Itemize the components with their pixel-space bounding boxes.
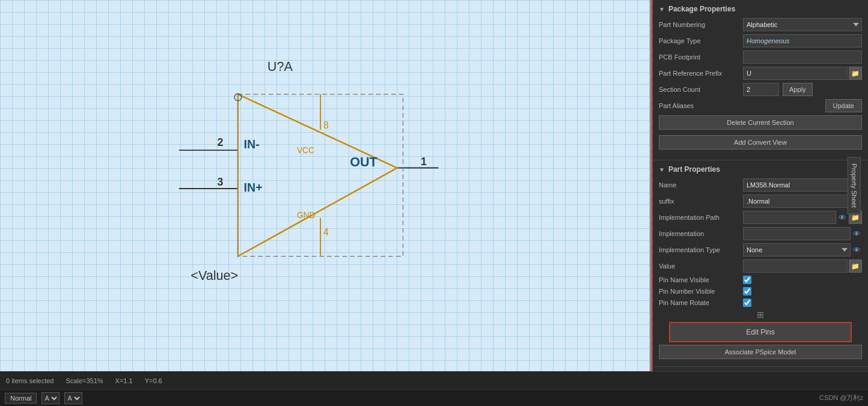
section-count-label: Section Count (659, 86, 743, 93)
section-count-row: Section Count Apply (659, 83, 862, 96)
value-input[interactable] (743, 259, 848, 273)
part-numbering-select[interactable]: Alphabetic Numeric (743, 18, 862, 31)
part-properties-header: ▼ Part Properties (659, 165, 862, 174)
svg-text:OUT: OUT (350, 154, 377, 169)
svg-marker-3 (238, 94, 397, 256)
part-reference-input[interactable] (743, 67, 848, 80)
part-aliases-label: Part Aliases (659, 102, 743, 109)
svg-text:2: 2 (217, 136, 223, 148)
y-coord: Y=0.6 (145, 377, 162, 384)
apply-button[interactable]: Apply (783, 83, 813, 96)
edit-pins-button[interactable]: Edit Pins (669, 322, 852, 342)
option-select-a2[interactable]: A (64, 392, 82, 404)
watermark: CSDN @万利z (819, 393, 863, 402)
add-convert-button[interactable]: Add Convert View (659, 135, 862, 150)
folder-icon: 📁 (851, 70, 860, 77)
package-type-row: Package Type (659, 34, 862, 47)
pin-name-visible-row: Pin Name Visible (659, 276, 862, 284)
part-properties-section: ▼ Part Properties Name 👁 suffix (653, 160, 868, 367)
mode-badge: Normal (5, 393, 37, 404)
bottom-bar: Normal A A CSDN @万利z (0, 389, 868, 406)
implementation-row: Implementation 👁 (659, 227, 862, 240)
canvas-area[interactable]: U?A 2 3 1 8 4 IN- (0, 0, 650, 371)
part-reference-label: Part Reference Prefix (659, 70, 743, 77)
svg-text:GND: GND (297, 211, 316, 220)
impl-path-input[interactable] (743, 211, 836, 224)
eye-icon-5: 👁 (853, 246, 861, 255)
part-reference-row: Part Reference Prefix 📁 (659, 67, 862, 80)
name-label: Name (659, 181, 743, 189)
name-row: Name 👁 (659, 178, 862, 192)
folder-icon-3: 📁 (851, 262, 860, 270)
items-selected: 0 items selected (6, 377, 53, 384)
pin-name-visible-checkbox[interactable] (743, 276, 751, 284)
suffix-label: suffix (659, 198, 743, 205)
impl-type-label: Implementation Type (659, 246, 743, 253)
property-sheet-tab[interactable]: Property Sheet (847, 157, 860, 214)
implementation-input[interactable] (743, 227, 851, 240)
pin-number-visible-label: Pin Number Visible (659, 288, 743, 295)
impl-type-row: Implementation Type None VHDL EDIF 👁 (659, 243, 862, 256)
add-convert-row: Add Convert View (659, 135, 862, 152)
part-numbering-row: Part Numbering Alphabetic Numeric (659, 18, 862, 31)
component-label: U?A (267, 59, 293, 74)
part-numbering-label: Part Numbering (659, 21, 743, 28)
small-icon-row: ⊞ (659, 310, 862, 320)
suffix-row: suffix 👁 (659, 195, 862, 208)
value-folder-btn[interactable]: 📁 (849, 259, 862, 273)
pin-number-visible-row: Pin Number Visible (659, 287, 862, 295)
impl-type-select[interactable]: None VHDL EDIF (743, 243, 851, 256)
impl-type-eye-btn[interactable]: 👁 (852, 246, 862, 255)
collapse-arrow[interactable]: ▼ (659, 6, 665, 13)
value-row: Value 📁 (659, 259, 862, 273)
svg-text:VCC: VCC (297, 146, 314, 155)
svg-text:<Value>: <Value> (191, 268, 238, 283)
package-type-label: Package Type (659, 37, 743, 44)
section-count-input[interactable] (743, 83, 779, 96)
part-properties-title: Part Properties (668, 165, 720, 174)
associate-pspice-button[interactable]: Associate PSpice Model (659, 345, 862, 359)
part-props-arrow[interactable]: ▼ (659, 166, 665, 173)
pin-name-rotate-checkbox[interactable] (743, 298, 751, 307)
scale-display: Scale=351% (66, 377, 103, 384)
status-bar: 0 items selected Scale=351% X=1.1 Y=0.6 (0, 371, 868, 389)
impl-path-eye-btn[interactable]: 👁 (837, 213, 848, 222)
implementation-label: Implementation (659, 230, 743, 237)
package-properties-section: ▼ Package Properties Part Numbering Alph… (653, 0, 868, 160)
delete-section-button[interactable]: Delete Current Section (659, 115, 862, 130)
svg-text:8: 8 (323, 120, 329, 130)
pcb-footprint-row: PCB Footprint (659, 50, 862, 64)
update-button[interactable]: Update (825, 99, 862, 112)
right-panel: ▼ Package Properties Part Numbering Alph… (652, 0, 868, 371)
folder-icon-2: 📁 (851, 214, 860, 222)
svg-text:3: 3 (217, 176, 223, 188)
svg-text:4: 4 (323, 227, 329, 237)
svg-text:IN+: IN+ (244, 181, 263, 194)
package-properties-header: ▼ Package Properties (659, 5, 862, 13)
delete-section-row: Delete Current Section (659, 115, 862, 132)
pin-name-visible-label: Pin Name Visible (659, 276, 743, 283)
pcb-footprint-input[interactable] (743, 50, 862, 64)
pin-number-visible-checkbox[interactable] (743, 287, 751, 295)
impl-path-label: Implementation Path (659, 214, 743, 221)
name-input[interactable] (743, 178, 851, 192)
option-select-a1[interactable]: A (41, 392, 60, 404)
eye-icon-3: 👁 (839, 213, 846, 222)
pcb-footprint-label: PCB Footprint (659, 53, 743, 61)
suffix-input[interactable] (743, 195, 851, 208)
impl-path-row: Implementation Path 👁 📁 (659, 211, 862, 224)
x-coord: X=1.1 (115, 377, 133, 384)
pin-name-rotate-row: Pin Name Rotate (659, 298, 862, 307)
package-properties-title: Package Properties (668, 5, 735, 13)
eye-icon-4: 👁 (853, 229, 861, 238)
package-type-input[interactable] (743, 34, 862, 47)
part-reference-folder-btn[interactable]: 📁 (849, 67, 862, 80)
pin-name-rotate-label: Pin Name Rotate (659, 299, 743, 306)
implementation-eye-btn[interactable]: 👁 (852, 229, 862, 238)
part-aliases-row: Part Aliases Update (659, 99, 862, 112)
svg-text:IN-: IN- (244, 138, 260, 151)
small-resize-icon: ⊞ (757, 310, 764, 320)
svg-text:1: 1 (421, 156, 427, 168)
value-label: Value (659, 262, 743, 270)
